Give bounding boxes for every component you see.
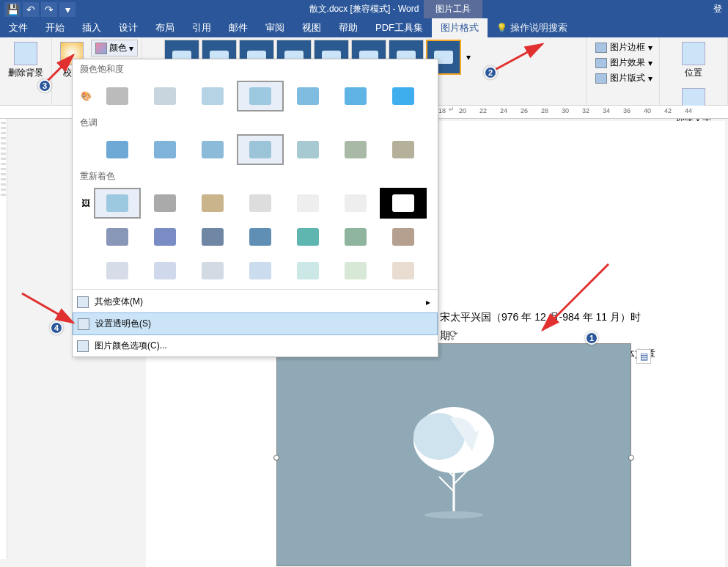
chevron-down-icon: ▾ xyxy=(129,43,133,54)
recolor-swatch[interactable] xyxy=(284,188,331,219)
recolor-swatch[interactable] xyxy=(141,222,188,252)
quick-access-toolbar: 💾 ↶ ↷ ▾ xyxy=(0,2,80,17)
recolor-label: 重新着色 xyxy=(73,167,438,186)
layout-icon xyxy=(595,73,607,84)
contextual-tab-pictools: 图片工具 xyxy=(424,0,482,18)
saturation-swatch[interactable] xyxy=(284,81,331,111)
picture-effects-button[interactable]: 图片效果 ▾ xyxy=(592,55,655,70)
tree-illustration xyxy=(380,381,527,528)
recolor-swatch[interactable] xyxy=(189,188,236,219)
color-dropdown-button[interactable]: 颜色 ▾ xyxy=(91,40,138,56)
recolor-swatch[interactable] xyxy=(332,188,379,219)
recolor-icon: 🖼 xyxy=(78,188,93,219)
login-button[interactable]: 登 xyxy=(707,3,728,15)
tone-swatch[interactable] xyxy=(94,134,141,165)
saturation-label: 颜色饱和度 xyxy=(73,59,438,79)
tab-home[interactable]: 开始 xyxy=(37,18,73,37)
tab-layout[interactable]: 布局 xyxy=(147,18,183,37)
recolor-swatch[interactable] xyxy=(237,188,284,219)
color-options-icon xyxy=(77,340,89,352)
tab-pdf-tools[interactable]: PDF工具集 xyxy=(367,18,432,37)
tab-picture-format[interactable]: 图片格式 xyxy=(432,18,488,37)
tell-me-search[interactable]: 操作说明搜索 xyxy=(488,18,576,37)
recolor-swatch[interactable] xyxy=(284,255,331,286)
saturation-swatch[interactable] xyxy=(94,81,141,111)
recolor-swatch[interactable] xyxy=(189,222,236,252)
tone-swatch[interactable] xyxy=(332,134,379,165)
recolor-swatch[interactable] xyxy=(237,222,284,252)
remove-bg-button[interactable]: 删除背景 xyxy=(4,40,48,81)
recolor-swatch[interactable] xyxy=(380,255,427,286)
tone-label: 色调 xyxy=(73,113,438,133)
layout-options-button[interactable]: ▤ xyxy=(636,349,651,364)
recolor-row-1: 🖼 xyxy=(73,186,438,220)
ribbon-tabs: 文件 开始 插入 设计 布局 引用 邮件 审阅 视图 帮助 PDF工具集 图片格… xyxy=(0,18,728,37)
chevron-down-icon: ▾ xyxy=(648,73,652,84)
tone-swatch[interactable] xyxy=(189,134,236,165)
position-icon xyxy=(682,42,705,65)
redo-button[interactable]: ↷ xyxy=(41,2,57,17)
more-variants-item[interactable]: 其他变体(M) ▸ xyxy=(73,291,438,312)
recolor-swatch[interactable] xyxy=(332,222,379,252)
annotation-badge-2: 2 xyxy=(484,66,497,79)
tab-design[interactable]: 设计 xyxy=(110,18,147,37)
recolor-swatch[interactable] xyxy=(380,222,427,252)
eyedropper-icon xyxy=(78,318,89,330)
recolor-swatch[interactable] xyxy=(237,255,284,286)
selected-picture[interactable]: ⟳ xyxy=(276,343,631,566)
tab-insert[interactable]: 插入 xyxy=(73,18,110,37)
resize-handle-right[interactable] xyxy=(628,455,634,461)
tab-view[interactable]: 视图 xyxy=(293,18,330,37)
tone-swatch[interactable] xyxy=(284,134,331,165)
save-button[interactable]: 💾 xyxy=(4,2,21,17)
annotation-badge-4: 4 xyxy=(50,321,63,334)
svg-line-5 xyxy=(22,293,73,323)
recolor-swatch[interactable] xyxy=(141,255,188,286)
recolor-swatch[interactable] xyxy=(141,188,188,219)
picture-layout-button[interactable]: 图片版式 ▾ xyxy=(592,70,655,86)
saturation-swatch[interactable] xyxy=(189,81,236,111)
recolor-swatch[interactable] xyxy=(94,222,141,252)
saturation-swatch[interactable] xyxy=(141,81,188,111)
gallery-more-icon[interactable]: ▾ xyxy=(463,52,474,62)
recolor-swatch-selected[interactable] xyxy=(94,188,141,219)
tab-review[interactable]: 审阅 xyxy=(257,18,293,37)
title-bar: 💾 ↶ ↷ ▾ 散文.docx [兼容模式] - Word 图片工具 登 xyxy=(0,0,728,18)
saturation-icon: 🎨 xyxy=(78,81,93,111)
recolor-swatch[interactable] xyxy=(189,255,236,286)
tab-file[interactable]: 文件 xyxy=(0,18,37,37)
tab-mailings[interactable]: 邮件 xyxy=(220,18,257,37)
tab-help[interactable]: 帮助 xyxy=(330,18,367,37)
remove-bg-label: 删除背景 xyxy=(8,67,43,79)
annotation-badge-3: 3 xyxy=(38,79,51,92)
rotate-handle[interactable]: ⟳ xyxy=(449,328,458,340)
set-transparent-color-item[interactable]: 设置透明色(S) xyxy=(73,312,438,335)
recolor-swatch[interactable] xyxy=(332,255,379,286)
remove-bg-icon xyxy=(14,42,37,65)
tone-swatch[interactable] xyxy=(380,134,427,165)
border-icon xyxy=(595,43,607,53)
recolor-swatch[interactable] xyxy=(94,255,141,286)
tone-swatch[interactable] xyxy=(141,134,188,165)
svg-point-2 xyxy=(424,511,483,519)
saturation-swatch-selected[interactable] xyxy=(237,81,284,111)
window-title: 散文.docx [兼容模式] - Word xyxy=(309,3,419,15)
tone-swatch-selected[interactable] xyxy=(237,134,284,165)
color-dropdown-panel: 颜色饱和度 🎨 色调 重新着色 🖼 xyxy=(72,59,438,357)
qat-customize[interactable]: ▾ xyxy=(59,2,76,17)
chevron-down-icon: ▾ xyxy=(648,43,652,53)
effects-icon xyxy=(595,58,607,68)
tab-references[interactable]: 引用 xyxy=(183,18,220,37)
picture-border-button[interactable]: 图片边框 ▾ xyxy=(592,40,655,55)
recolor-swatch[interactable] xyxy=(380,188,427,219)
navigation-pane[interactable] xyxy=(0,119,7,559)
saturation-swatch[interactable] xyxy=(332,81,379,111)
picture-color-options-item[interactable]: 图片颜色选项(C)... xyxy=(73,335,438,356)
recolor-swatch[interactable] xyxy=(284,222,331,252)
resize-handle-left[interactable] xyxy=(273,455,279,461)
position-button[interactable]: 位置 xyxy=(663,40,724,81)
group-picture-options: 图片边框 ▾ 图片效果 ▾ 图片版式 ▾ xyxy=(587,37,660,105)
saturation-swatch[interactable] xyxy=(380,81,427,111)
recolor-row-2 xyxy=(73,220,438,254)
undo-button[interactable]: ↶ xyxy=(23,2,39,17)
